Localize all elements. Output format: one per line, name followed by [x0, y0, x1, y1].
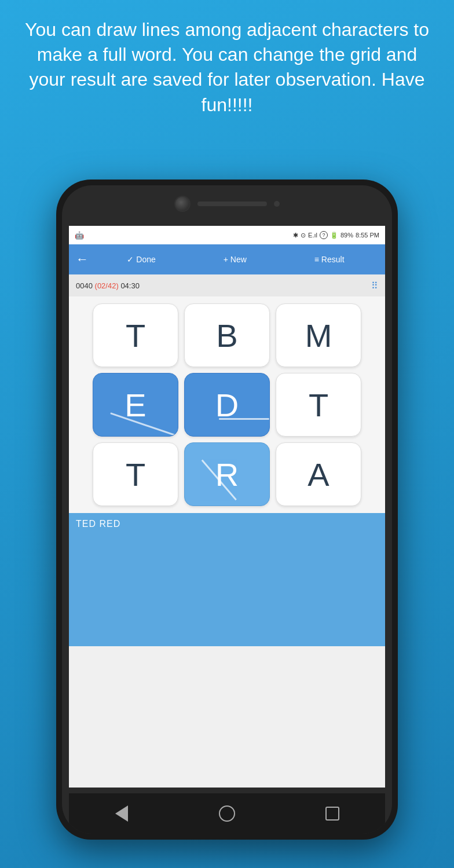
grid-row-3: T R A [76, 442, 378, 506]
phone-screen: 🤖 ✱ ⊙ E.ıl ? 🔋 89% 8:55 PM ← ✓ Done + Ne… [69, 226, 385, 788]
cell-letter-T3: T [126, 456, 145, 493]
cell-R[interactable]: R [184, 442, 270, 506]
cell-A[interactable]: A [276, 442, 361, 506]
status-left: 🤖 [75, 231, 84, 240]
letter-grid: T B M E [69, 296, 385, 513]
signal-icon: E.ıl [308, 232, 317, 239]
cell-letter-E: E [125, 386, 146, 424]
grid-settings-icon[interactable]: ⠿ [371, 280, 378, 291]
phone-frame: 🤖 ✱ ⊙ E.ıl ? 🔋 89% 8:55 PM ← ✓ Done + Ne… [56, 180, 398, 840]
time-display: 8:55 PM [356, 232, 379, 239]
puzzle-count: (02/42) [95, 281, 119, 290]
phone-bottom-nav [69, 793, 385, 834]
cell-letter-D: D [215, 386, 239, 424]
result-button[interactable]: ≡ Result [314, 255, 345, 264]
words-area: TED RED [69, 513, 385, 646]
nav-home-button[interactable] [217, 803, 237, 824]
question-icon: ? [320, 231, 328, 239]
cell-B[interactable]: B [184, 303, 270, 367]
found-words: TED RED [76, 519, 378, 529]
new-button[interactable]: + New [224, 255, 247, 264]
status-bar: 🤖 ✱ ⊙ E.ıl ? 🔋 89% 8:55 PM [69, 226, 385, 244]
phone-sensor [274, 201, 280, 207]
app-bar-actions: ✓ Done + New ≡ Result [93, 255, 378, 264]
cell-T2[interactable]: T [276, 373, 361, 437]
phone-speaker [197, 202, 267, 206]
back-triangle-icon [115, 805, 128, 822]
grid-row-2: E D T [76, 373, 378, 437]
cell-letter-R: R [215, 456, 239, 493]
cell-M[interactable]: M [276, 303, 361, 367]
home-circle-icon [219, 805, 235, 822]
puzzle-id: 0040 [76, 281, 93, 290]
cell-T3[interactable]: T [93, 442, 178, 506]
info-bar: 0040 (02/42) 04:30 ⠿ [69, 274, 385, 296]
cell-letter-A: A [307, 456, 329, 493]
phone-inner: 🤖 ✱ ⊙ E.ıl ? 🔋 89% 8:55 PM ← ✓ Done + Ne… [62, 185, 392, 834]
puzzle-timer: 04:30 [120, 281, 140, 290]
cell-letter-B: B [216, 317, 237, 354]
cell-T1[interactable]: T [93, 303, 178, 367]
cell-D[interactable]: D [184, 373, 270, 437]
nav-back-button[interactable] [111, 803, 132, 824]
battery-percent: 89% [340, 232, 353, 239]
grid-row-1: T B M [76, 303, 378, 367]
battery-icon: 🔋 [330, 232, 338, 239]
header-description: You can draw lines among adjacent charac… [0, 0, 454, 129]
done-button[interactable]: ✓ Done [127, 255, 155, 264]
cell-letter-T1: T [126, 317, 145, 354]
phone-top-hardware [174, 196, 280, 212]
app-bar: ← ✓ Done + New ≡ Result [69, 244, 385, 274]
cell-letter-M: M [305, 317, 332, 354]
back-button[interactable]: ← [76, 252, 93, 267]
nav-recent-button[interactable] [322, 803, 343, 824]
recent-square-icon [325, 807, 339, 821]
phone-camera [174, 196, 191, 212]
bluetooth-icon: ✱ [293, 232, 298, 239]
alarm-icon: ⊙ [301, 232, 306, 239]
android-icon: 🤖 [75, 231, 84, 240]
cell-E[interactable]: E [93, 373, 178, 437]
cell-letter-T2: T [309, 386, 328, 424]
status-right: ✱ ⊙ E.ıl ? 🔋 89% 8:55 PM [293, 231, 379, 239]
puzzle-info: 0040 (02/42) 04:30 [76, 281, 140, 290]
